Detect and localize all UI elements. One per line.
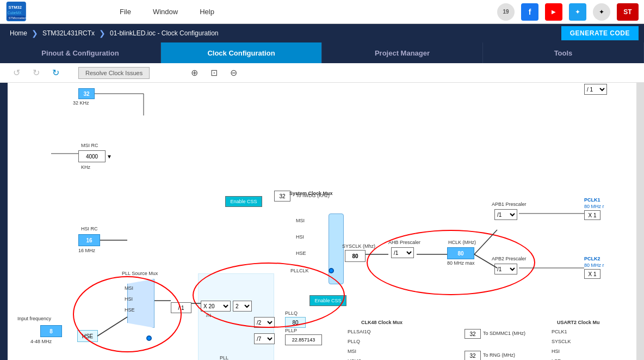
- apb2-prescaler-control: /1: [494, 264, 517, 274]
- breadcrumb-bar: Home ❯ STM32L431RCTx ❯ 01-blinkLED.ioc -…: [0, 24, 644, 42]
- pllr-control: /2: [254, 317, 275, 328]
- app-logo: STM32 CubeMX STMicroelectronics: [5, 1, 44, 23]
- network-icon[interactable]: ✦: [593, 3, 610, 21]
- hsi-u-label: HSI: [552, 349, 560, 354]
- refresh-button[interactable]: ↻: [48, 65, 63, 81]
- tab-project[interactable]: Project Manager: [322, 42, 483, 63]
- apb1-prescaler-label: APB1 Prescaler: [492, 202, 527, 207]
- pllp-output-label: PLLP: [285, 328, 297, 333]
- svg-text:STMicroelectronics: STMicroelectronics: [9, 16, 35, 20]
- breadcrumb-home[interactable]: Home: [5, 29, 32, 37]
- pllq-output-box: 80: [285, 317, 306, 328]
- msi-dropdown-icon[interactable]: ▼: [107, 154, 112, 160]
- apb2-prescaler-select[interactable]: /1: [494, 264, 517, 274]
- tab-bar: Pinout & Configuration Clock Configurati…: [0, 42, 644, 63]
- redo-button[interactable]: ↻: [28, 65, 44, 81]
- sysclk-mux-label: System Clock Mux: [289, 191, 333, 196]
- zoom-fit-button[interactable]: ⊡: [206, 65, 221, 81]
- to-rng-box: 32: [465, 351, 481, 360]
- hse-box: HSE: [77, 330, 98, 342]
- resolve-clock-button[interactable]: Resolve Clock Issues: [78, 67, 150, 79]
- pllq-select[interactable]: /7: [254, 333, 275, 344]
- generate-code-button[interactable]: GENERATE CODE: [561, 26, 639, 40]
- youtube-icon[interactable]: ▶: [545, 3, 562, 21]
- pllr-select[interactable]: /2: [254, 317, 275, 328]
- pllq-control: /7: [254, 333, 275, 344]
- pll-source-mux-label: PLL Source Mux: [122, 271, 158, 276]
- hse-select-dot: [146, 335, 152, 341]
- breadcrumb-sep-2: ❯: [99, 29, 106, 38]
- zoom-out-button[interactable]: ⊖: [226, 65, 241, 81]
- hsi-mux-label: HSI: [125, 296, 133, 302]
- msi-khz-label: KHz: [81, 164, 90, 170]
- right-scrollbar[interactable]: [636, 83, 644, 360]
- pllm-box: / 1: [171, 302, 191, 313]
- menu-file[interactable]: File: [120, 8, 131, 16]
- top-div-control: / 1: [584, 84, 607, 95]
- facebook-icon[interactable]: f: [521, 3, 538, 21]
- usart2-mux-label: USART2 Clock Mu: [557, 320, 600, 325]
- pclk2-label: PCLK2: [584, 256, 600, 261]
- svg-text:CubeMX: CubeMX: [8, 10, 22, 14]
- msi-in-label: MSI: [348, 349, 356, 354]
- left-sidebar: [0, 83, 8, 360]
- sys-pllclk-label: PLLCLK: [290, 268, 309, 273]
- pllq-output-label: PLLQ: [285, 310, 298, 316]
- pllp-output-box: 22.857143: [285, 334, 322, 345]
- x1-b-box: X 1: [584, 269, 600, 279]
- top-div-select[interactable]: / 1: [584, 84, 607, 95]
- enable-css-1-btn[interactable]: Enable CSS: [225, 196, 262, 207]
- msi-value-box: 4000: [78, 150, 106, 162]
- tab-pinout[interactable]: Pinout & Configuration: [0, 42, 161, 63]
- zoom-in-button[interactable]: ⊕: [187, 65, 202, 81]
- ahb-prescaler-label: AHB Prescaler: [388, 240, 420, 245]
- sys-hse-label: HSE: [296, 251, 306, 256]
- tab-clock[interactable]: Clock Configuration: [161, 42, 322, 63]
- input-freq-box: 8: [40, 325, 62, 337]
- plln-div-select[interactable]: 2: [233, 301, 252, 312]
- hclk-value-box: 80: [447, 247, 474, 259]
- apb1-prescaler-select[interactable]: /1: [494, 209, 517, 220]
- breadcrumb-file[interactable]: 01-blinkLED.ioc - Clock Configuration: [106, 29, 222, 37]
- pclk1-value: 80 MHz r: [584, 204, 604, 209]
- breadcrumb-device[interactable]: STM32L431RCTx: [38, 29, 99, 37]
- freq-32-box: 32: [78, 88, 95, 99]
- main-menu: File Window Help: [120, 8, 497, 16]
- breadcrumb-sep-1: ❯: [32, 29, 38, 38]
- badge-icon: 19: [497, 3, 515, 21]
- menu-window[interactable]: Window: [153, 8, 178, 16]
- input-freq-label: Input frequency: [17, 316, 51, 321]
- sysclk-u-label: SYSCLK: [552, 339, 571, 344]
- tab-tools[interactable]: Tools: [483, 42, 644, 63]
- right-icons: 19 f ▶ ✦ ✦ ST: [497, 3, 639, 21]
- to-rng-label: To RNG (MHz): [483, 352, 515, 358]
- ahb-prescaler-select[interactable]: /1: [391, 247, 414, 258]
- sysclk-label: SYSCLK (Mhz): [342, 243, 375, 249]
- zoom-controls: ⊕ ⊡ ⊖: [187, 65, 241, 81]
- menu-bar: STM32 CubeMX STMicroelectronics File Win…: [0, 0, 644, 24]
- enable-css-2-btn[interactable]: Enable CSS: [309, 295, 346, 306]
- twitter-icon[interactable]: ✦: [569, 3, 586, 21]
- freq-32k-label: 32 KHz: [73, 100, 89, 106]
- sys-msi-label: MSI: [296, 218, 305, 223]
- svg-line-9: [97, 317, 127, 336]
- svg-text:STM32: STM32: [9, 5, 22, 10]
- pclk1-label: PCLK1: [584, 197, 600, 203]
- msi-rc-control: 4000 ▼: [78, 150, 112, 162]
- msi-rc-label: MSI RC: [81, 143, 98, 148]
- sysclk-mux-shape: [329, 213, 344, 284]
- msi-mux-label: MSI: [125, 285, 133, 291]
- undo-button[interactable]: ↺: [9, 65, 24, 81]
- plln-x20-select[interactable]: X 20: [201, 301, 231, 312]
- hclk-label: HCLK (MHz): [448, 240, 476, 245]
- pll-label: PLL: [220, 355, 228, 360]
- clock-diagram-area: 32 32 KHz MSI RC 4000 ▼ KHz HSI RC 16 16…: [8, 83, 636, 360]
- pllsai1q-in-label: PLLSAI1Q: [348, 329, 371, 334]
- clk48-mux-label: CLK48 Clock Mux: [361, 320, 403, 325]
- pllclk-select-dot: [329, 268, 334, 273]
- apb2-prescaler-label: APB2 Prescaler: [492, 256, 527, 261]
- menu-help[interactable]: Help: [200, 8, 214, 16]
- to-iwdg-box: 32: [274, 191, 290, 202]
- sysclk-value-box: 80: [345, 250, 366, 262]
- pclk1-u-label: PCLK1: [552, 329, 567, 334]
